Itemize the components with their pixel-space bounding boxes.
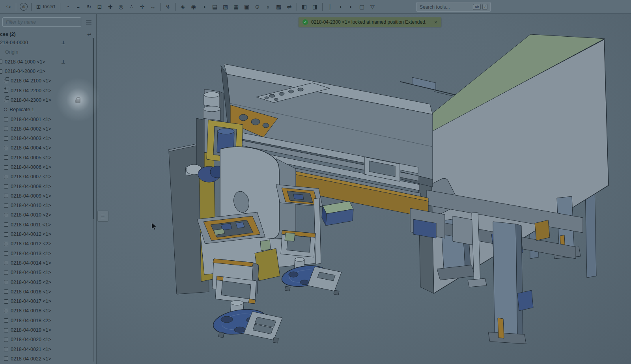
close-icon[interactable]: ×: [434, 20, 437, 25]
appearance-icon[interactable]: ◨: [310, 2, 320, 11]
mate-icon[interactable]: ♁: [263, 2, 273, 11]
filter-view-icon[interactable]: ▽: [367, 2, 378, 11]
tree-row[interactable]: 0218-04-0012 <2>: [0, 239, 96, 248]
tree-row[interactable]: 0218-04-0019 <1>: [0, 325, 96, 335]
tree-row[interactable]: 0218-04-2100 <1>: [0, 76, 96, 86]
part-icon: [4, 289, 8, 294]
table-icon[interactable]: ▦: [231, 2, 241, 11]
tree-row[interactable]: 0218-04-0006 <1>: [0, 162, 96, 172]
tree-row[interactable]: 0218-04-0017 <1>: [0, 297, 96, 306]
search-tools-input[interactable]: Search tools... alt /: [416, 2, 491, 12]
instance-label: 0218-04-0021 <1>: [11, 347, 51, 352]
insert-button[interactable]: ⊞Insert: [34, 2, 58, 11]
collapsed-panel-tab[interactable]: ≣: [97, 211, 108, 222]
tree-row[interactable]: 0218-04-0018 <2>: [0, 316, 96, 325]
tree-row[interactable]: 0218-04-0014 <1>: [0, 258, 96, 268]
lock-icon[interactable]: [75, 99, 80, 103]
instance-label: 0218-04-0018 <1>: [11, 308, 51, 314]
tree-row[interactable]: Origin: [0, 47, 96, 57]
tree-row[interactable]: 0218-04-0010 <1>: [0, 201, 96, 210]
instances-header-label: ces (2): [0, 32, 16, 37]
part-icon: [4, 155, 8, 160]
instance-label: 0218-04-0005 <1>: [11, 155, 51, 161]
tree-row[interactable]: 0218-04-0003 <1>: [0, 134, 96, 143]
tree-row[interactable]: 0218-04-2300 <1>: [0, 95, 96, 105]
filter-input[interactable]: Filter by name: [2, 17, 81, 27]
tree-row[interactable]: 0218-04-0012 <1>: [0, 230, 96, 239]
tree-row[interactable]: 0218-04-2200 <1>: [0, 86, 96, 95]
measure-icon[interactable]: ⌡: [325, 2, 335, 11]
hold-part-icon[interactable]: ▧: [220, 2, 231, 11]
pattern-icon[interactable]: ▣: [241, 2, 252, 11]
mate-connector-icon[interactable]: ⊙: [252, 2, 263, 11]
instance-label: 0218-04-2300 <1>: [11, 97, 51, 103]
instance-label: 0218-04-0015 <1>: [11, 270, 51, 275]
tree-row[interactable]: 0218-04-0004 <1>: [0, 143, 96, 153]
display-states-icon[interactable]: ◧: [299, 2, 310, 11]
part-icon: [4, 117, 8, 121]
tree-row[interactable]: 0218-04-0010 <2>: [0, 210, 96, 220]
section-view-icon[interactable]: ◐: [346, 2, 357, 11]
tree-row[interactable]: 0218-04-0002 <1>: [0, 124, 96, 134]
part-icon: [4, 203, 8, 208]
move-icon[interactable]: ✚: [105, 2, 116, 11]
tree-row[interactable]: 0218-04-0018 <1>: [0, 306, 96, 315]
part-icon: [4, 338, 8, 342]
tree-row[interactable]: 0218-04-0021 <1>: [0, 345, 96, 354]
part-icon: [0, 69, 2, 74]
tree-row[interactable]: 0218-04-0009 <1>: [0, 191, 96, 201]
fix-part-icon[interactable]: ◒: [73, 2, 84, 11]
tree-row[interactable]: ∷Replicate 1: [0, 105, 96, 114]
3d-model[interactable]: [152, 34, 609, 344]
tree-row[interactable]: 0218-04-0001 <1>: [0, 114, 96, 124]
part-icon: [4, 328, 8, 332]
bom-icon[interactable]: ▤: [209, 2, 220, 11]
relation-icon[interactable]: ⇌: [284, 2, 295, 11]
tree-row[interactable]: 0218-04-2000 <1>: [0, 67, 96, 76]
tree-row[interactable]: 0218-04-0015 <2>: [0, 277, 96, 287]
explode-icon[interactable]: ◈: [177, 2, 188, 11]
tree-rows: 218-04-0000⊥Origin0218-04-1000 <1>⊥0218-…: [0, 38, 96, 364]
instance-label: 0218-04-0020 <1>: [11, 337, 51, 342]
tree-row[interactable]: 0218-04-0016 <1>: [0, 287, 96, 297]
tree-row[interactable]: 0218-04-0005 <1>: [0, 153, 96, 162]
named-position-icon[interactable]: ◑: [199, 2, 209, 11]
comment-icon[interactable]: ◗: [335, 2, 346, 11]
tree-row[interactable]: 0218-04-1000 <1>⊥: [0, 57, 96, 67]
collapse-tree-icon[interactable]: ↩: [87, 32, 91, 37]
instance-label: 0218-04-0012 <2>: [11, 241, 51, 246]
subassembly-icon: [4, 79, 8, 83]
part-icon: [4, 136, 8, 141]
animate-icon[interactable]: ◉: [188, 2, 199, 11]
list-options-icon[interactable]: [86, 20, 91, 24]
tree-row[interactable]: 218-04-0000⊥: [0, 38, 96, 47]
tree-row[interactable]: 0218-04-0011 <1>: [0, 220, 96, 230]
tree-row[interactable]: 0218-04-0013 <1>: [0, 249, 96, 258]
share-icon[interactable]: ↪: [3, 2, 14, 11]
tree-row[interactable]: 0218-04-0022 <1>: [0, 354, 96, 364]
cursor-pointer: [152, 223, 156, 230]
frame-icon[interactable]: ▢: [357, 2, 367, 11]
toolbar-items: ↪⊕⊞Insert◔◒↻⊡✚◎∴✛↔↯◈◉◑▤▧▦▣⊙♁▩⇌◧◨⌡◗◐▢▽: [3, 2, 378, 11]
sidebar-scrollbar-thumb[interactable]: [93, 38, 94, 219]
tree-row[interactable]: 0218-04-0020 <1>: [0, 335, 96, 344]
history-icon[interactable]: ◔: [62, 2, 73, 11]
instance-label: 0218-04-0009 <1>: [11, 193, 51, 199]
instance-label: 0218-04-0010 <1>: [11, 203, 51, 208]
instance-label: 0218-04-0022 <1>: [11, 356, 51, 362]
rotate-icon[interactable]: ↻: [84, 2, 94, 11]
sync-icon[interactable]: ⊕: [20, 3, 28, 11]
tree-row[interactable]: 0218-04-0015 <1>: [0, 268, 96, 277]
rotate-box-icon[interactable]: ⊡: [94, 2, 105, 11]
instance-label: 218-04-0000: [0, 40, 28, 45]
translate-icon[interactable]: ✛: [137, 2, 147, 11]
snap-icon[interactable]: ∴: [126, 2, 137, 11]
orbit-icon[interactable]: ◎: [116, 2, 126, 11]
tree-row[interactable]: 0218-04-0008 <1>: [0, 181, 96, 191]
drag-icon[interactable]: ↯: [162, 2, 173, 11]
part-icon: [0, 60, 2, 64]
fit-width-icon[interactable]: ↔: [147, 2, 158, 11]
tree-row[interactable]: 0218-04-0007 <1>: [0, 172, 96, 181]
lock-notification-banner: ✓ 0218-04-2300 <1> locked at named posit…: [299, 17, 441, 27]
group-icon[interactable]: ▩: [273, 2, 284, 11]
